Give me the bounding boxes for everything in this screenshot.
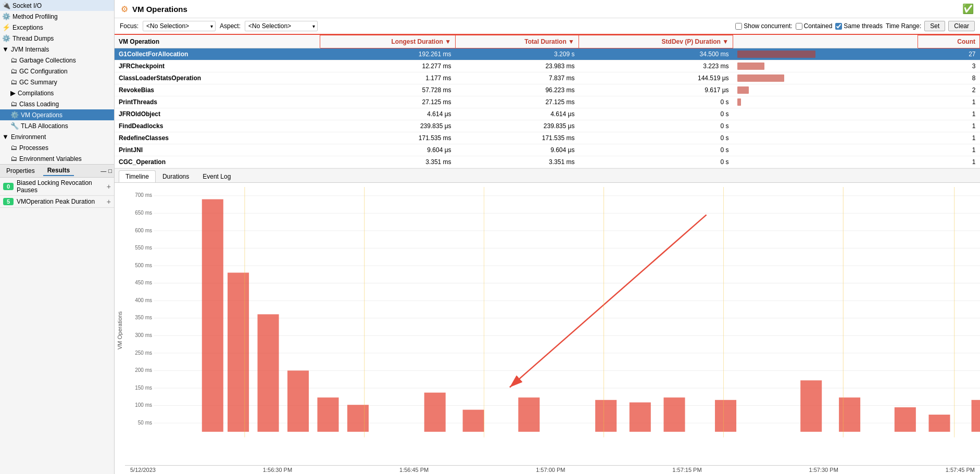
chart-bar bbox=[463, 410, 484, 432]
table-row[interactable]: JFRCheckpoint12.277 ms23.983 ms3.223 ms3 bbox=[115, 60, 980, 72]
clear-button[interactable]: Clear bbox=[948, 21, 975, 31]
method-profiling-icon: ⚙️ bbox=[2, 13, 10, 20]
cell-value: 12.277 ms bbox=[320, 60, 456, 72]
tab-timeline[interactable]: Timeline bbox=[119, 170, 156, 182]
cell-operation: JFROldObject bbox=[115, 108, 320, 120]
cell-value: 57.728 ms bbox=[320, 84, 456, 96]
sidebar-item-environment[interactable]: ▼Environment bbox=[0, 131, 114, 142]
show-concurrent-checkbox[interactable] bbox=[735, 23, 742, 30]
col-header-stddev[interactable]: StdDev (P) Duration ▼ bbox=[579, 35, 733, 48]
y-axis-label: 600 ms bbox=[135, 228, 152, 233]
cell-operation: G1CollectForAllocation bbox=[115, 48, 320, 60]
bar-cell bbox=[733, 144, 918, 156]
chart-bar bbox=[715, 400, 736, 432]
props-header: Properties Results — □ bbox=[0, 165, 114, 178]
table-row[interactable]: G1CollectForAllocation192.261 ms3.209 s3… bbox=[115, 48, 980, 60]
tab-durations[interactable]: Durations bbox=[156, 170, 196, 182]
table-row[interactable]: CGC_Operation3.351 ms3.351 ms0 s1 bbox=[115, 156, 980, 168]
cell-value: 1 bbox=[918, 96, 980, 108]
table-row[interactable]: JFROldObject4.614 μs4.614 μs0 s1 bbox=[115, 108, 980, 120]
tab-properties[interactable]: Properties bbox=[2, 166, 39, 176]
table-row[interactable]: ClassLoaderStatsOperation1.177 ms7.837 m… bbox=[115, 72, 980, 84]
socket-io-label: Socket I/O bbox=[12, 2, 42, 9]
sidebar-item-method-profiling[interactable]: ⚙️Method Profiling bbox=[0, 11, 114, 22]
sidebar-item-gc-summary[interactable]: 🗂GC Summary bbox=[0, 77, 114, 88]
cell-operation: FindDeadlocks bbox=[115, 120, 320, 132]
vm-operations-table: VM OperationLongest Duration ▼Total Dura… bbox=[115, 35, 980, 168]
y-axis-label: 200 ms bbox=[135, 367, 152, 373]
col-header-bar bbox=[733, 35, 918, 48]
status-ok-icon: ✅ bbox=[962, 3, 974, 15]
table-row[interactable]: PrintJNI9.604 μs9.604 μs0 s1 bbox=[115, 144, 980, 156]
col-header-longest[interactable]: Longest Duration ▼ bbox=[320, 35, 456, 48]
sidebar-item-processes[interactable]: 🗂Processes bbox=[0, 142, 114, 153]
sidebar-item-environment-variables[interactable]: 🗂Environment Variables bbox=[0, 153, 114, 164]
tab-event-log[interactable]: Event Log bbox=[196, 170, 237, 182]
sidebar-item-gc-configuration[interactable]: 🗂GC Configuration bbox=[0, 66, 114, 77]
cell-value: 27.125 ms bbox=[320, 96, 456, 108]
chart-bar bbox=[630, 403, 651, 432]
processes-label: Processes bbox=[19, 144, 48, 152]
cell-value: 171.535 ms bbox=[320, 132, 456, 144]
chart-x-axis: 5/12/20231:56:30 PM1:56:45 PM1:57:00 PM1… bbox=[125, 465, 980, 474]
set-button[interactable]: Set bbox=[924, 21, 945, 31]
compilations-icon: ▶ bbox=[10, 89, 16, 97]
sidebar-item-compilations[interactable]: ▶Compilations bbox=[0, 88, 114, 98]
bar-cell bbox=[733, 108, 918, 120]
properties-panel: Properties Results — □ 0Biased Locking R… bbox=[0, 164, 114, 208]
contained-checkbox[interactable] bbox=[796, 23, 802, 30]
gc-summary-label: GC Summary bbox=[19, 79, 57, 86]
cell-value: 0 s bbox=[579, 96, 733, 108]
exceptions-icon: ⚡ bbox=[2, 23, 10, 31]
col-header-total[interactable]: Total Duration ▼ bbox=[456, 35, 579, 48]
gc-configuration-icon: 🗂 bbox=[10, 67, 17, 75]
aspect-select-wrapper: <No Selection> bbox=[245, 21, 318, 31]
chart-bar bbox=[663, 397, 685, 432]
sidebar-item-socket-io[interactable]: 🔌Socket I/O bbox=[0, 0, 114, 11]
table-row[interactable]: RedefineClasses171.535 ms171.535 ms0 s1 bbox=[115, 132, 980, 144]
table-row[interactable]: RevokeBias57.728 ms96.223 ms9.617 μs2 bbox=[115, 84, 980, 96]
props-badge: 5 bbox=[3, 198, 14, 205]
cell-value: 27 bbox=[918, 48, 980, 60]
same-threads-checkbox[interactable] bbox=[835, 23, 842, 30]
sidebar-item-exceptions[interactable]: ⚡Exceptions bbox=[0, 22, 114, 33]
chart-bar bbox=[800, 380, 822, 432]
tab-results[interactable]: Results bbox=[43, 166, 74, 176]
bar-cell bbox=[733, 120, 918, 132]
method-profiling-label: Method Profiling bbox=[12, 13, 58, 20]
table-row[interactable]: FindDeadlocks239.835 μs239.835 μs0 s1 bbox=[115, 120, 980, 132]
sidebar-item-class-loading[interactable]: 🗂Class Loading bbox=[0, 98, 114, 109]
chart-bar bbox=[347, 405, 369, 432]
sidebar-item-tlab-allocations[interactable]: 🔧TLAB Allocations bbox=[0, 120, 114, 131]
props-add-button[interactable]: + bbox=[107, 197, 111, 206]
sidebar-item-jvm-internals[interactable]: ▼JVM Internals bbox=[0, 44, 114, 55]
y-axis-label: 300 ms bbox=[135, 332, 152, 338]
exceptions-label: Exceptions bbox=[12, 24, 43, 31]
contained-label: Contained bbox=[796, 22, 833, 30]
props-add-button[interactable]: + bbox=[107, 182, 111, 191]
environment-icon: ▼ bbox=[2, 133, 9, 141]
bottom-tabs: Timeline Durations Event Log bbox=[115, 169, 980, 183]
props-minimize-button[interactable]: — bbox=[100, 168, 106, 174]
garbage-collections-icon: 🗂 bbox=[10, 56, 17, 64]
chart-bar bbox=[928, 415, 950, 432]
cell-value: 1 bbox=[918, 156, 980, 168]
sidebar-item-thread-dumps[interactable]: ⚙️Thread Dumps bbox=[0, 33, 114, 44]
props-maximize-button[interactable]: □ bbox=[108, 168, 112, 174]
col-header-count: Count bbox=[918, 35, 980, 48]
sidebar-item-garbage-collections[interactable]: 🗂Garbage Collections bbox=[0, 55, 114, 66]
chart-svg: 700 ms650 ms600 ms550 ms500 ms450 ms400 … bbox=[125, 187, 980, 465]
table-row[interactable]: PrintThreads27.125 ms27.125 ms0 s1 bbox=[115, 96, 980, 108]
focus-select[interactable]: <No Selection> bbox=[143, 21, 216, 31]
sidebar: 🔌Socket I/O⚙️Method Profiling⚡Exceptions… bbox=[0, 0, 115, 474]
sidebar-item-vm-operations[interactable]: ⚙️VM Operations bbox=[0, 109, 114, 120]
aspect-select[interactable]: <No Selection> bbox=[245, 21, 318, 31]
vm-operations-label: VM Operations bbox=[21, 111, 62, 119]
aspect-label: Aspect: bbox=[220, 22, 241, 30]
chart-bar bbox=[518, 397, 539, 432]
bar-cell bbox=[733, 156, 918, 168]
sidebar-items: 🔌Socket I/O⚙️Method Profiling⚡Exceptions… bbox=[0, 0, 114, 164]
cell-value: 4.614 μs bbox=[456, 108, 579, 120]
y-axis-label: 350 ms bbox=[135, 315, 152, 320]
cell-value: 3.223 ms bbox=[579, 60, 733, 72]
